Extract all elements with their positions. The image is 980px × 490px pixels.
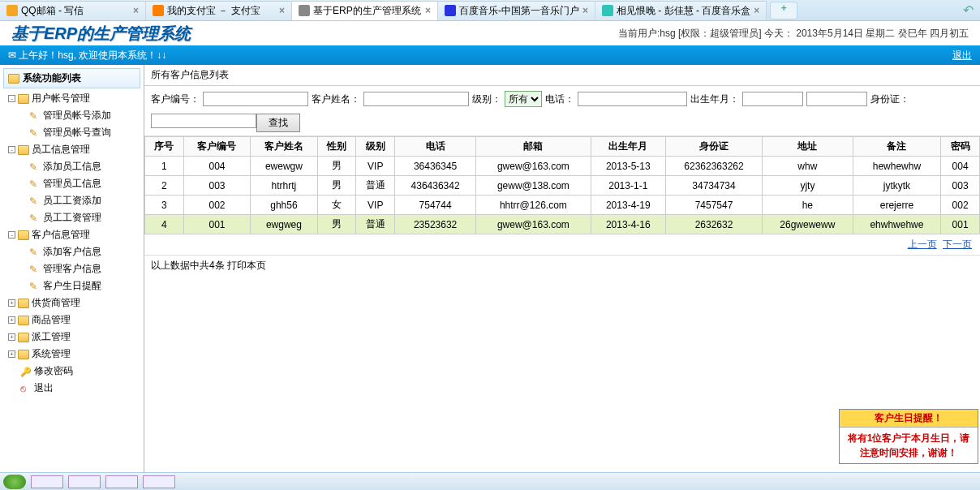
- expand-icon[interactable]: +: [8, 299, 15, 307]
- browser-tab[interactable]: QQ邮箱 - 写信×: [0, 1, 146, 20]
- tree-label: 修改密码: [34, 364, 73, 378]
- table-cell: 普通: [356, 215, 395, 234]
- table-cell: gwew@163.com: [476, 157, 591, 176]
- tree-node[interactable]: 退出: [5, 380, 140, 397]
- table-row[interactable]: 4001ewgweg男普通23523632gwew@163.com2013-4-…: [145, 215, 980, 234]
- table-cell: 1: [145, 157, 184, 176]
- tree-node[interactable]: -用户帐号管理: [5, 90, 140, 107]
- filter-bar: 客户编号： 客户姓名： 级别： 所有 电话： 出生年月： 身份证： 查找: [144, 86, 980, 136]
- browser-tab[interactable]: 相见恨晚 - 彭佳慧 - 百度音乐盒×: [595, 1, 767, 20]
- table-row[interactable]: 1004ewewgw男VIP36436345gwew@163.com2013-5…: [145, 157, 980, 176]
- taskbar-item[interactable]: [105, 475, 138, 488]
- table-cell: ehwhwehwe: [853, 215, 941, 234]
- logout-link[interactable]: 退出: [952, 49, 972, 62]
- music-icon: [602, 5, 613, 16]
- table-cell: 普通: [356, 176, 395, 196]
- table-row[interactable]: 3002ghh56女VIP754744hhtrr@126.com2013-4-1…: [145, 196, 980, 215]
- tree-leaf[interactable]: 管理员帐号查询: [5, 124, 140, 141]
- filter-birth-from[interactable]: [742, 92, 803, 106]
- table-cell: 女: [317, 196, 356, 215]
- tree-leaf[interactable]: 员工工资管理: [5, 209, 140, 226]
- tree-node[interactable]: +系统管理: [5, 346, 140, 363]
- key-icon: [20, 366, 32, 377]
- taskbar-item[interactable]: [68, 475, 101, 488]
- table-cell: 34734734: [665, 176, 762, 196]
- tree-label: 客户信息管理: [32, 228, 90, 242]
- close-icon[interactable]: ×: [425, 5, 431, 16]
- table-cell: 7457547: [665, 196, 762, 215]
- new-tab-button[interactable]: +: [770, 2, 797, 19]
- folder-icon: [18, 350, 29, 359]
- tree-node[interactable]: +供货商管理: [5, 294, 140, 312]
- folder-icon: [18, 94, 29, 104]
- expand-icon[interactable]: -: [8, 95, 15, 102]
- column-header: 序号: [145, 137, 184, 157]
- column-header: 级别: [356, 137, 395, 157]
- column-header: 邮箱: [476, 137, 591, 157]
- prev-page-link[interactable]: 上一页: [908, 239, 937, 250]
- filter-phone-input[interactable]: [578, 92, 687, 106]
- mail-icon: ✉: [8, 49, 16, 61]
- tree-leaf[interactable]: 添加员工信息: [5, 158, 140, 175]
- tree-node[interactable]: 修改密码: [5, 363, 140, 380]
- expand-icon[interactable]: +: [8, 350, 15, 358]
- table-cell: he: [763, 196, 853, 215]
- table-cell: 2: [145, 176, 184, 196]
- close-icon[interactable]: ×: [582, 5, 588, 16]
- table-cell: 004: [183, 157, 250, 176]
- table-cell: hewhewhw: [853, 157, 941, 176]
- tree-leaf[interactable]: 管理员工信息: [5, 175, 140, 192]
- table-cell: 002: [941, 196, 980, 215]
- tree-label: 供货商管理: [32, 296, 80, 310]
- column-header: 客户编号: [183, 137, 250, 157]
- expand-icon[interactable]: +: [8, 333, 15, 341]
- filter-id-input[interactable]: [203, 92, 308, 106]
- browser-tab[interactable]: 百度音乐-中国第一音乐门户×: [438, 1, 595, 20]
- filter-level-select[interactable]: 所有: [505, 91, 542, 107]
- table-row[interactable]: 2003htrhrtj男普通436436342geww@138.com2013-…: [145, 176, 980, 196]
- close-icon[interactable]: ×: [754, 5, 759, 16]
- tree-leaf[interactable]: 管理客户信息: [5, 260, 140, 277]
- tree-node[interactable]: +商品管理: [5, 312, 140, 329]
- table-cell: 男: [317, 157, 356, 176]
- start-button[interactable]: [3, 475, 26, 489]
- close-icon[interactable]: ×: [279, 5, 285, 16]
- back-arrow-icon[interactable]: ↶: [963, 2, 974, 18]
- taskbar-item[interactable]: [31, 475, 63, 488]
- expand-icon[interactable]: -: [8, 146, 15, 153]
- table-cell: 2013-5-13: [591, 157, 665, 176]
- filter-idcard-input[interactable]: [151, 114, 256, 128]
- search-button[interactable]: 查找: [256, 114, 300, 132]
- tree-leaf[interactable]: 员工工资添加: [5, 192, 140, 209]
- tree-leaf[interactable]: 客户生日提醒: [5, 277, 140, 294]
- baidu-icon: [445, 5, 456, 16]
- expand-icon[interactable]: +: [8, 316, 15, 324]
- next-page-link[interactable]: 下一页: [943, 239, 972, 250]
- filter-name-input[interactable]: [363, 92, 469, 106]
- tree-label: 管理客户信息: [43, 262, 101, 276]
- tree-leaf[interactable]: 管理员帐号添加: [5, 107, 140, 124]
- close-icon[interactable]: ×: [133, 5, 139, 16]
- tree-node[interactable]: +派工管理: [5, 329, 140, 346]
- expand-icon[interactable]: -: [8, 231, 15, 239]
- sidebar: 系统功能列表 -用户帐号管理管理员帐号添加管理员帐号查询-员工信息管理添加员工信…: [0, 65, 144, 472]
- browser-tab[interactable]: 我的支付宝 － 支付宝×: [146, 1, 292, 20]
- browser-tab[interactable]: 基于ERP的生产管理系统×: [292, 1, 438, 20]
- filter-id-label: 客户编号：: [151, 92, 200, 106]
- tab-label: QQ邮箱 - 写信: [21, 4, 84, 18]
- mail-icon: [6, 5, 18, 16]
- tree-label: 添加客户信息: [43, 245, 101, 259]
- tree-node[interactable]: -员工信息管理: [5, 141, 140, 158]
- edit-icon: [29, 178, 41, 190]
- tree-node[interactable]: -客户信息管理: [5, 226, 140, 243]
- taskbar-item[interactable]: [143, 475, 175, 488]
- tree-label: 员工工资添加: [43, 194, 101, 208]
- column-header: 客户姓名: [251, 137, 317, 157]
- filter-birth-to[interactable]: [806, 92, 867, 106]
- table-cell: geww@138.com: [476, 176, 591, 196]
- tree-label: 管理员帐号查询: [43, 126, 111, 140]
- table-cell: ewgweg: [251, 215, 317, 234]
- tree-leaf[interactable]: 添加客户信息: [5, 243, 140, 260]
- column-header: 身份证: [665, 137, 762, 157]
- title-bar: 基于ERP的生产管理系统 当前用户:hsg [权限：超级管理员] 今天： 201…: [0, 21, 980, 45]
